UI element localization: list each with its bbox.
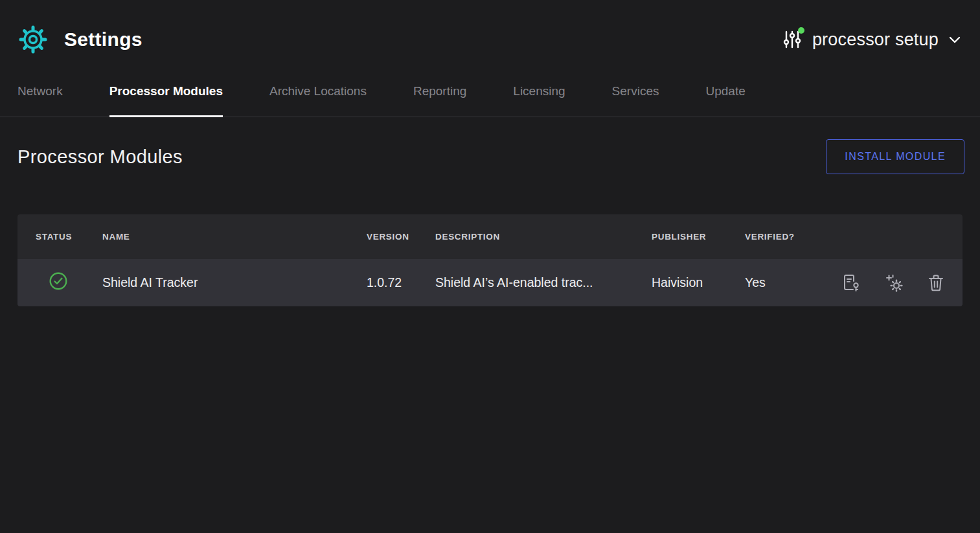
module-config-button[interactable] xyxy=(885,274,903,292)
app-header: Settings processor setup xyxy=(0,0,980,79)
settings-gear-icon xyxy=(17,24,49,55)
modules-table: STATUS NAME VERSION DESCRIPTION PUBLISHE… xyxy=(17,214,963,306)
license-icon xyxy=(842,274,860,292)
cell-verified: Yes xyxy=(745,275,833,290)
notification-dot xyxy=(798,27,804,34)
col-header-name: NAME xyxy=(102,232,367,242)
license-button[interactable] xyxy=(842,274,860,292)
col-header-version: VERSION xyxy=(367,232,435,242)
cell-actions xyxy=(833,274,963,292)
cell-version: 1.0.72 xyxy=(367,275,435,290)
table-header-row: STATUS NAME VERSION DESCRIPTION PUBLISHE… xyxy=(17,214,963,259)
col-header-description: DESCRIPTION xyxy=(435,232,652,242)
tab-licensing[interactable]: Licensing xyxy=(513,79,565,117)
page-heading-row: Processor Modules INSTALL MODULE xyxy=(0,117,980,174)
processor-selector-label: processor setup xyxy=(812,30,939,50)
install-module-button[interactable]: INSTALL MODULE xyxy=(826,139,964,174)
tab-archive-locations[interactable]: Archive Locations xyxy=(269,79,367,117)
cell-publisher: Haivision xyxy=(652,275,745,290)
tab-reporting[interactable]: Reporting xyxy=(413,79,466,117)
tab-processor-modules[interactable]: Processor Modules xyxy=(109,79,223,117)
table-row: Shield AI Tracker 1.0.72 Shield AI’s AI-… xyxy=(17,259,963,306)
sliders-icon xyxy=(782,29,802,50)
status-ok-icon xyxy=(49,271,68,291)
chevron-down-icon xyxy=(949,36,961,43)
tab-network[interactable]: Network xyxy=(17,79,63,117)
cell-description: Shield AI’s AI-enabled trac... xyxy=(435,275,652,290)
col-header-verified: VERIFIED? xyxy=(745,232,833,242)
cell-name: Shield AI Tracker xyxy=(102,275,367,290)
processor-selector[interactable]: processor setup xyxy=(782,29,961,50)
tab-update[interactable]: Update xyxy=(705,79,745,117)
tab-services[interactable]: Services xyxy=(612,79,659,117)
header-left: Settings xyxy=(17,24,142,55)
delete-module-button[interactable] xyxy=(928,274,944,292)
cell-status xyxy=(17,271,102,294)
app-title: Settings xyxy=(64,28,142,51)
page-title: Processor Modules xyxy=(17,146,183,168)
col-header-status: STATUS xyxy=(17,232,102,242)
gear-sparkle-icon xyxy=(885,274,903,292)
col-header-publisher: PUBLISHER xyxy=(652,232,745,242)
settings-tab-bar: Network Processor Modules Archive Locati… xyxy=(0,79,980,117)
trash-icon xyxy=(928,274,944,292)
